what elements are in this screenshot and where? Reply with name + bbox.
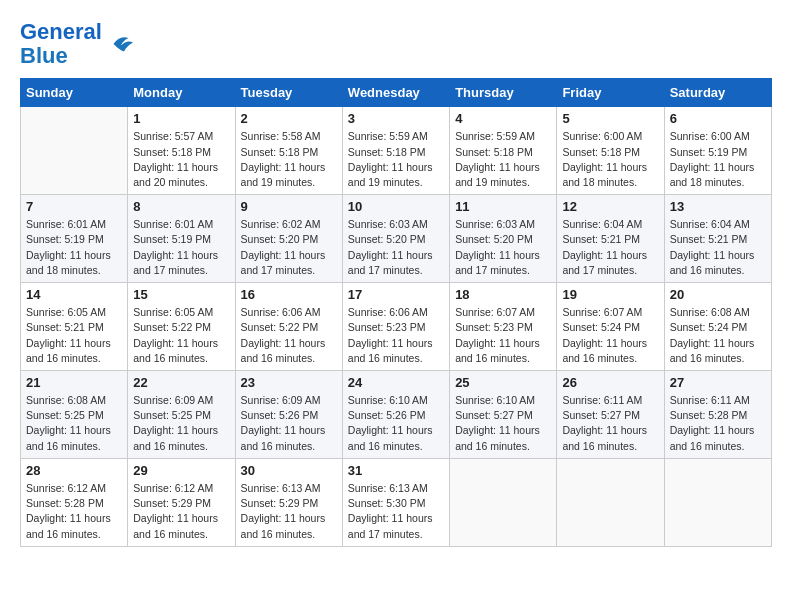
weekday-header-monday: Monday	[128, 79, 235, 107]
calendar-cell: 25Sunrise: 6:10 AMSunset: 5:27 PMDayligh…	[450, 371, 557, 459]
logo: General Blue	[20, 20, 136, 68]
day-number: 10	[348, 199, 444, 214]
calendar-cell: 26Sunrise: 6:11 AMSunset: 5:27 PMDayligh…	[557, 371, 664, 459]
day-info: Sunrise: 6:13 AMSunset: 5:30 PMDaylight:…	[348, 481, 444, 542]
day-number: 13	[670, 199, 766, 214]
day-number: 26	[562, 375, 658, 390]
day-info: Sunrise: 6:11 AMSunset: 5:28 PMDaylight:…	[670, 393, 766, 454]
calendar-table: SundayMondayTuesdayWednesdayThursdayFrid…	[20, 78, 772, 546]
calendar-cell: 3Sunrise: 5:59 AMSunset: 5:18 PMDaylight…	[342, 107, 449, 195]
calendar-cell: 30Sunrise: 6:13 AMSunset: 5:29 PMDayligh…	[235, 458, 342, 546]
day-number: 18	[455, 287, 551, 302]
calendar-week-2: 7Sunrise: 6:01 AMSunset: 5:19 PMDaylight…	[21, 195, 772, 283]
day-number: 7	[26, 199, 122, 214]
day-number: 24	[348, 375, 444, 390]
day-number: 17	[348, 287, 444, 302]
day-number: 29	[133, 463, 229, 478]
day-number: 9	[241, 199, 337, 214]
weekday-header-wednesday: Wednesday	[342, 79, 449, 107]
day-info: Sunrise: 5:59 AMSunset: 5:18 PMDaylight:…	[348, 129, 444, 190]
day-info: Sunrise: 6:12 AMSunset: 5:29 PMDaylight:…	[133, 481, 229, 542]
calendar-cell: 9Sunrise: 6:02 AMSunset: 5:20 PMDaylight…	[235, 195, 342, 283]
day-number: 8	[133, 199, 229, 214]
page-header: General Blue	[20, 20, 772, 68]
logo-bird-icon	[106, 29, 136, 59]
calendar-cell: 31Sunrise: 6:13 AMSunset: 5:30 PMDayligh…	[342, 458, 449, 546]
calendar-cell: 23Sunrise: 6:09 AMSunset: 5:26 PMDayligh…	[235, 371, 342, 459]
weekday-header-thursday: Thursday	[450, 79, 557, 107]
calendar-cell: 21Sunrise: 6:08 AMSunset: 5:25 PMDayligh…	[21, 371, 128, 459]
calendar-cell: 10Sunrise: 6:03 AMSunset: 5:20 PMDayligh…	[342, 195, 449, 283]
day-number: 28	[26, 463, 122, 478]
day-number: 31	[348, 463, 444, 478]
day-info: Sunrise: 6:03 AMSunset: 5:20 PMDaylight:…	[455, 217, 551, 278]
calendar-cell: 2Sunrise: 5:58 AMSunset: 5:18 PMDaylight…	[235, 107, 342, 195]
calendar-cell: 29Sunrise: 6:12 AMSunset: 5:29 PMDayligh…	[128, 458, 235, 546]
day-number: 20	[670, 287, 766, 302]
calendar-cell: 11Sunrise: 6:03 AMSunset: 5:20 PMDayligh…	[450, 195, 557, 283]
day-info: Sunrise: 6:03 AMSunset: 5:20 PMDaylight:…	[348, 217, 444, 278]
day-number: 30	[241, 463, 337, 478]
day-number: 2	[241, 111, 337, 126]
calendar-week-4: 21Sunrise: 6:08 AMSunset: 5:25 PMDayligh…	[21, 371, 772, 459]
calendar-cell	[450, 458, 557, 546]
day-info: Sunrise: 6:09 AMSunset: 5:26 PMDaylight:…	[241, 393, 337, 454]
calendar-cell	[664, 458, 771, 546]
day-number: 3	[348, 111, 444, 126]
day-number: 27	[670, 375, 766, 390]
day-info: Sunrise: 6:00 AMSunset: 5:19 PMDaylight:…	[670, 129, 766, 190]
day-number: 12	[562, 199, 658, 214]
day-number: 16	[241, 287, 337, 302]
day-info: Sunrise: 6:06 AMSunset: 5:22 PMDaylight:…	[241, 305, 337, 366]
weekday-header-sunday: Sunday	[21, 79, 128, 107]
weekday-header-friday: Friday	[557, 79, 664, 107]
day-number: 25	[455, 375, 551, 390]
calendar-week-1: 1Sunrise: 5:57 AMSunset: 5:18 PMDaylight…	[21, 107, 772, 195]
calendar-cell: 5Sunrise: 6:00 AMSunset: 5:18 PMDaylight…	[557, 107, 664, 195]
calendar-cell: 16Sunrise: 6:06 AMSunset: 5:22 PMDayligh…	[235, 283, 342, 371]
day-number: 19	[562, 287, 658, 302]
calendar-cell: 12Sunrise: 6:04 AMSunset: 5:21 PMDayligh…	[557, 195, 664, 283]
day-number: 1	[133, 111, 229, 126]
calendar-cell: 13Sunrise: 6:04 AMSunset: 5:21 PMDayligh…	[664, 195, 771, 283]
day-info: Sunrise: 6:04 AMSunset: 5:21 PMDaylight:…	[670, 217, 766, 278]
calendar-cell: 4Sunrise: 5:59 AMSunset: 5:18 PMDaylight…	[450, 107, 557, 195]
calendar-cell: 6Sunrise: 6:00 AMSunset: 5:19 PMDaylight…	[664, 107, 771, 195]
calendar-cell: 27Sunrise: 6:11 AMSunset: 5:28 PMDayligh…	[664, 371, 771, 459]
calendar-cell: 28Sunrise: 6:12 AMSunset: 5:28 PMDayligh…	[21, 458, 128, 546]
calendar-cell: 22Sunrise: 6:09 AMSunset: 5:25 PMDayligh…	[128, 371, 235, 459]
day-number: 6	[670, 111, 766, 126]
day-info: Sunrise: 6:05 AMSunset: 5:21 PMDaylight:…	[26, 305, 122, 366]
day-info: Sunrise: 5:58 AMSunset: 5:18 PMDaylight:…	[241, 129, 337, 190]
day-info: Sunrise: 6:08 AMSunset: 5:24 PMDaylight:…	[670, 305, 766, 366]
day-info: Sunrise: 6:08 AMSunset: 5:25 PMDaylight:…	[26, 393, 122, 454]
calendar-cell	[21, 107, 128, 195]
day-number: 5	[562, 111, 658, 126]
day-info: Sunrise: 6:09 AMSunset: 5:25 PMDaylight:…	[133, 393, 229, 454]
day-info: Sunrise: 5:59 AMSunset: 5:18 PMDaylight:…	[455, 129, 551, 190]
logo-text: General Blue	[20, 20, 102, 68]
day-info: Sunrise: 5:57 AMSunset: 5:18 PMDaylight:…	[133, 129, 229, 190]
calendar-cell: 8Sunrise: 6:01 AMSunset: 5:19 PMDaylight…	[128, 195, 235, 283]
day-info: Sunrise: 6:10 AMSunset: 5:27 PMDaylight:…	[455, 393, 551, 454]
calendar-cell: 20Sunrise: 6:08 AMSunset: 5:24 PMDayligh…	[664, 283, 771, 371]
day-info: Sunrise: 6:02 AMSunset: 5:20 PMDaylight:…	[241, 217, 337, 278]
calendar-week-3: 14Sunrise: 6:05 AMSunset: 5:21 PMDayligh…	[21, 283, 772, 371]
day-info: Sunrise: 6:10 AMSunset: 5:26 PMDaylight:…	[348, 393, 444, 454]
day-info: Sunrise: 6:11 AMSunset: 5:27 PMDaylight:…	[562, 393, 658, 454]
day-number: 11	[455, 199, 551, 214]
calendar-cell: 18Sunrise: 6:07 AMSunset: 5:23 PMDayligh…	[450, 283, 557, 371]
day-number: 4	[455, 111, 551, 126]
day-info: Sunrise: 6:00 AMSunset: 5:18 PMDaylight:…	[562, 129, 658, 190]
calendar-cell: 15Sunrise: 6:05 AMSunset: 5:22 PMDayligh…	[128, 283, 235, 371]
day-number: 22	[133, 375, 229, 390]
calendar-cell: 1Sunrise: 5:57 AMSunset: 5:18 PMDaylight…	[128, 107, 235, 195]
day-info: Sunrise: 6:13 AMSunset: 5:29 PMDaylight:…	[241, 481, 337, 542]
day-number: 14	[26, 287, 122, 302]
calendar-cell: 14Sunrise: 6:05 AMSunset: 5:21 PMDayligh…	[21, 283, 128, 371]
calendar-cell: 17Sunrise: 6:06 AMSunset: 5:23 PMDayligh…	[342, 283, 449, 371]
day-info: Sunrise: 6:06 AMSunset: 5:23 PMDaylight:…	[348, 305, 444, 366]
calendar-week-5: 28Sunrise: 6:12 AMSunset: 5:28 PMDayligh…	[21, 458, 772, 546]
day-number: 15	[133, 287, 229, 302]
day-info: Sunrise: 6:07 AMSunset: 5:23 PMDaylight:…	[455, 305, 551, 366]
